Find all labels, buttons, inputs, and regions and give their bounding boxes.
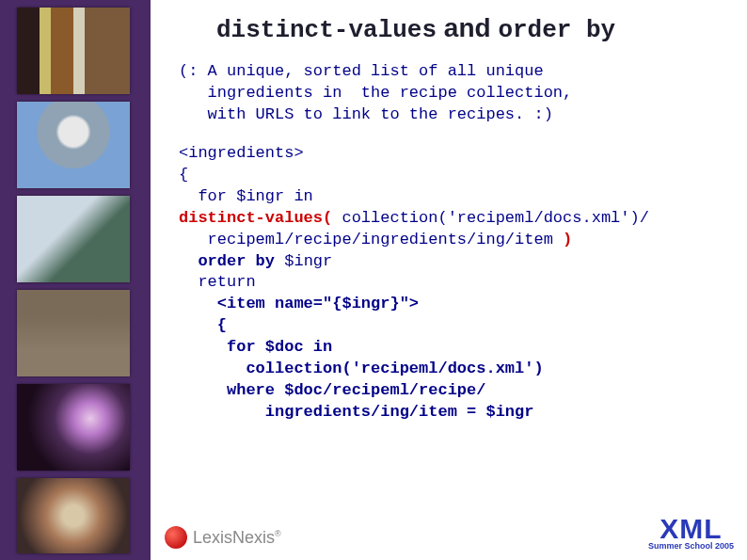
- slide-content: distinct-values and order by (: A unique…: [169, 0, 734, 560]
- code-highlight: distinct-values(: [179, 209, 332, 227]
- code-keyword: where $doc/recipeml/recipe/: [179, 381, 485, 399]
- lexisnexis-logo: LexisNexis®: [165, 526, 281, 549]
- thumb-college: [17, 290, 130, 376]
- code-line: return: [179, 273, 256, 291]
- code-line: <ingredients>: [179, 144, 304, 162]
- code-line: recipeml/recipe/ingredients/ing/item: [179, 231, 563, 248]
- thumb-disc: [17, 384, 130, 471]
- lexis-name: LexisNexis: [193, 528, 275, 547]
- code-keyword: for $doc in: [179, 338, 332, 356]
- title-joiner: and: [437, 13, 498, 42]
- thumb-dome: [17, 102, 130, 188]
- code-keyword: <item name="{$ingr}">: [179, 295, 419, 312]
- code-keyword: order by: [179, 252, 275, 270]
- sidebar-image-strip: [0, 0, 151, 560]
- lexis-text: LexisNexis®: [193, 528, 281, 548]
- thumb-doctor: [17, 196, 130, 282]
- code-keyword: ingredients/ing/item = $ingr: [179, 403, 533, 421]
- thumb-books: [17, 8, 130, 94]
- code-line: $ingr: [275, 252, 332, 270]
- code-line: {: [179, 166, 188, 184]
- xml-wordmark: XML: [648, 516, 734, 541]
- code-keyword: collection('recipeml/docs.xml'): [179, 360, 544, 377]
- code-line: collection('recipeml/docs.xml')/: [332, 209, 649, 227]
- xquery-code-block: <ingredients> { for $ingr in distinct-va…: [179, 143, 734, 424]
- title-code-1: distinct-values: [216, 16, 437, 44]
- summer-school-label: Summer School 2005: [648, 541, 734, 551]
- slide-title: distinct-values and order by: [216, 13, 734, 44]
- code-keyword: {: [179, 316, 227, 334]
- title-code-2: order by: [498, 16, 615, 44]
- code-line: for $ingr in: [179, 187, 313, 205]
- xml-summer-school-logo: XML Summer School 2005: [648, 516, 734, 551]
- code-highlight: ): [563, 231, 572, 248]
- thumb-scroll: [17, 478, 130, 553]
- registered-mark: ®: [275, 529, 281, 538]
- lexis-dot-icon: [165, 526, 187, 549]
- xquery-comment: (: A unique, sorted list of all unique i…: [179, 61, 734, 126]
